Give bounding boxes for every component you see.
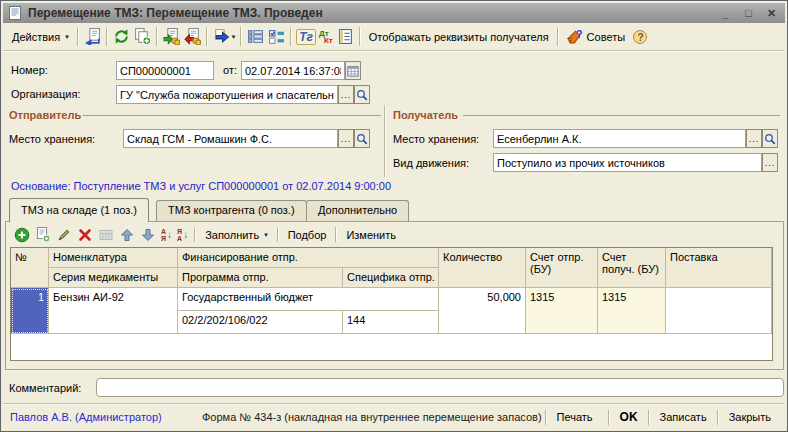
arrow-up-icon <box>119 227 135 243</box>
cell-delivery[interactable] <box>666 288 772 334</box>
col-header-quantity: Количество <box>439 248 526 288</box>
actions-button[interactable]: Действия ▾ <box>7 29 74 45</box>
toolbar-separator <box>335 227 337 242</box>
sort-descending-button[interactable]: ЯА ↓ <box>175 228 190 242</box>
receiver-storage-lookup-button[interactable] <box>762 129 778 148</box>
cell-account-to[interactable]: 1315 <box>598 288 666 334</box>
cell-specifics[interactable]: 144 <box>343 311 439 334</box>
row-number-cell[interactable]: 1 <box>11 288 49 334</box>
sort-ascending-button[interactable]: АЯ ↓ <box>159 228 174 242</box>
tab-tmz-on-warehouse[interactable]: ТМЗ на складе (1 поз.) <box>9 198 149 222</box>
journal-button[interactable] <box>336 27 355 46</box>
post-document-button[interactable] <box>162 27 181 46</box>
help-button[interactable]: ? <box>631 28 649 46</box>
toolbar-separator <box>290 27 292 46</box>
fill-button[interactable]: Заполнить ▾ <box>200 227 273 243</box>
calendar-button[interactable] <box>345 61 361 80</box>
sender-storage-lookup-button[interactable] <box>354 129 370 148</box>
organization-lookup-button[interactable] <box>354 85 370 104</box>
footer-buttons: Печать OK Записать Закрыть <box>542 408 778 426</box>
sender-storage-input[interactable] <box>123 129 338 148</box>
tab-tmz-contractor[interactable]: ТМЗ контрагента (0 поз.) <box>156 200 307 221</box>
close-button[interactable]: ✕ <box>763 7 780 20</box>
footer-separator <box>608 410 610 425</box>
window-title: Перемещение ТМЗ: Перемещение ТМЗ. Провед… <box>28 6 711 20</box>
font-height-icon: Тг <box>299 30 313 44</box>
table-toolbar: АЯ ↓ ЯА ↓ Заполнить ▾ Подбор Изменить <box>12 225 401 244</box>
show-recipient-details-button[interactable]: Отображать реквизиты получателя <box>364 29 554 45</box>
cell-program[interactable]: 02/2/202/106/022 <box>178 311 343 334</box>
cell-quantity[interactable]: 50,000 <box>439 288 526 334</box>
refresh-button[interactable] <box>112 27 131 46</box>
col-header-program: Программа отпр. <box>178 268 343 288</box>
search-icon <box>356 133 368 145</box>
table-empty-area[interactable] <box>11 334 772 360</box>
copy-row-icon <box>35 227 51 243</box>
basis-link[interactable]: Основание: Поступление ТМЗ и услуг СП000… <box>11 180 391 192</box>
copy-row-button[interactable] <box>34 226 52 244</box>
sender-storage-select-button[interactable]: ... <box>338 129 354 148</box>
column-settings-button[interactable] <box>267 27 286 46</box>
ok-button[interactable]: OK <box>613 408 645 426</box>
cell-account-from[interactable]: 1315 <box>526 288 598 334</box>
minimize-button[interactable]: _ <box>717 7 734 19</box>
cell-nomenclature[interactable]: Бензин АИ-92 <box>49 288 178 334</box>
toolbar-separator <box>156 27 158 46</box>
goto-icon <box>213 28 230 45</box>
arrow-down-icon <box>140 227 156 243</box>
toolbar-separator <box>240 27 242 46</box>
organization-input[interactable] <box>116 85 338 104</box>
end-edit-button[interactable] <box>97 226 115 244</box>
pick-button[interactable]: Подбор <box>283 227 332 243</box>
svg-text:?: ? <box>576 28 582 40</box>
toolbar-separator <box>359 27 361 46</box>
list-settings-button[interactable] <box>246 27 265 46</box>
organization-select-button[interactable]: ... <box>338 85 354 104</box>
footer-separator <box>717 410 719 425</box>
movement-type-select-button[interactable]: ... <box>762 153 778 172</box>
toolbar-separator <box>557 27 559 46</box>
reread-document-button[interactable] <box>83 27 102 46</box>
comment-input[interactable] <box>96 378 784 397</box>
add-row-button[interactable] <box>13 226 31 244</box>
maximize-button[interactable]: □ <box>740 7 757 19</box>
change-button[interactable]: Изменить <box>341 227 401 243</box>
save-button[interactable]: Записать <box>653 409 714 425</box>
move-down-button[interactable] <box>139 226 157 244</box>
number-input[interactable] <box>116 61 214 80</box>
current-user: Павлов А.В. (Администратор) <box>10 411 202 423</box>
font-height-toggle-button[interactable]: Тг <box>296 29 316 45</box>
end-edit-icon <box>98 227 114 243</box>
move-up-button[interactable] <box>118 226 136 244</box>
tab-additional[interactable]: Дополнительно <box>306 200 409 221</box>
goto-button[interactable]: ▾ <box>212 27 237 46</box>
form-info: Форма № 434-з (накладная на внутреннее п… <box>202 411 542 423</box>
col-header-specifics: Специфика отпр. <box>343 268 439 288</box>
tab-panel: АЯ ↓ ЯА ↓ Заполнить ▾ Подбор Изменить <box>5 221 784 370</box>
print-button[interactable]: Печать <box>550 409 605 425</box>
status-bar: Павлов А.В. (Администратор) Форма № 434-… <box>3 403 785 430</box>
receiver-group-rule <box>463 115 780 116</box>
col-header-series: Серия медикаменты <box>49 268 178 288</box>
main-toolbar: Действия ▾ <box>3 23 785 51</box>
col-header-delivery: Поставка <box>666 248 772 288</box>
debit-credit-button[interactable]: Дт Кт <box>318 29 334 45</box>
date-from-label: от: <box>223 64 237 76</box>
movement-type-input[interactable] <box>493 153 762 172</box>
pencil-icon <box>56 227 72 243</box>
number-label: Номер: <box>11 64 48 76</box>
date-input[interactable] <box>241 61 345 80</box>
dt-kt-icon: Дт Кт <box>319 30 333 44</box>
close-form-button[interactable]: Закрыть <box>722 409 778 425</box>
unpost-document-button[interactable] <box>183 27 202 46</box>
receiver-storage-select-button[interactable]: ... <box>746 129 762 148</box>
movement-type-label: Вид движения: <box>393 157 469 169</box>
delete-row-button[interactable] <box>76 226 94 244</box>
organization-label: Организация: <box>11 88 80 100</box>
copy-document-button[interactable] <box>133 27 152 46</box>
receiver-storage-input[interactable] <box>493 129 746 148</box>
edit-row-button[interactable] <box>55 226 73 244</box>
cell-financing[interactable]: Государственный бюджет <box>178 288 439 311</box>
toolbar-separator <box>206 27 208 46</box>
tips-button[interactable]: ? Советы <box>562 26 630 47</box>
